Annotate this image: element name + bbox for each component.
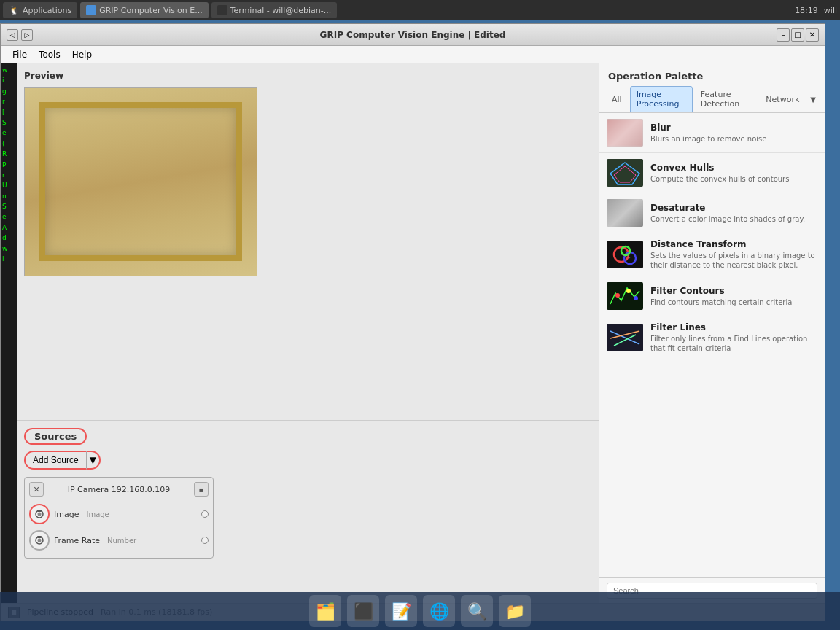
- preview-section: Preview Image: [17, 63, 599, 421]
- preview-image-container: Image: [24, 87, 257, 276]
- palette-item-desaturate[interactable]: Desaturate Convert a color image into sh…: [599, 193, 825, 233]
- convex-name: Convex Hulls: [650, 163, 817, 173]
- svg-point-14: [626, 289, 631, 293]
- filter-contours-thumb: [607, 282, 643, 310]
- blur-thumb: [607, 119, 643, 147]
- maximize-btn[interactable]: □: [791, 28, 804, 42]
- filter-contours-svg: [607, 282, 643, 310]
- taskbar-time: 18:19: [795, 6, 818, 15]
- main-window: ◁ ▷ GRIP Computer Vision Engine | Edited…: [0, 23, 825, 621]
- filter-lines-thumb: [607, 324, 643, 351]
- output-image-dot: [201, 510, 209, 518]
- desaturate-thumb: [607, 199, 643, 227]
- filter-contours-desc: Find contours matching certain criteria: [650, 298, 817, 307]
- sidebar-chars: wigr[Se(RPrUnSeAdwi: [2, 65, 15, 264]
- output-image-icon[interactable]: [29, 504, 50, 524]
- taskbar-top: 🐧 Applications GRIP Computer Vision E...…: [0, 0, 840, 20]
- add-source-button[interactable]: Add Source: [24, 451, 86, 470]
- svg-point-15: [634, 296, 638, 300]
- palette-tabs: All Image Processing Feature Detection N…: [599, 86, 825, 112]
- output-framerate-icon[interactable]: [29, 530, 50, 551]
- taskbar-app-grip[interactable]: GRIP Computer Vision E...: [80, 2, 209, 18]
- svg-rect-2: [37, 510, 42, 512]
- blur-name: Blur: [650, 122, 817, 133]
- content-area: wigr[Se(RPrUnSeAdwi Preview Image Source…: [1, 63, 825, 603]
- palette-title: Operation Palette: [599, 63, 825, 86]
- tab-feature-detection[interactable]: Feature Detection: [694, 86, 758, 112]
- tab-more[interactable]: ▼: [807, 93, 819, 106]
- taskbar-right: 18:19 will: [795, 6, 837, 15]
- operation-palette: Operation Palette All Image Processing F…: [599, 63, 825, 603]
- dock-folder[interactable]: 📁: [499, 595, 531, 627]
- menu-tools[interactable]: Tools: [33, 48, 66, 61]
- nav-forward-btn[interactable]: ▷: [21, 29, 33, 41]
- source-output-image: Image Image: [29, 501, 209, 527]
- taskbar-app-terminal[interactable]: Terminal - will@debian-...: [211, 2, 338, 18]
- svg-point-4: [38, 539, 42, 542]
- add-source-row: Add Source ▼: [24, 451, 591, 470]
- tab-image-processing[interactable]: Image Processing: [630, 86, 693, 112]
- dock-terminal[interactable]: ⬛: [347, 595, 379, 627]
- source-settings-btn[interactable]: ▪: [194, 482, 209, 497]
- palette-item-blur[interactable]: Blur Blurs an image to remove noise: [599, 113, 825, 153]
- filter-contours-name: Filter Contours: [650, 286, 817, 296]
- palette-item-filter-lines[interactable]: Filter Lines Filter only lines from a Fi…: [599, 316, 825, 359]
- palette-item-filter-contours[interactable]: Filter Contours Find contours matching c…: [599, 276, 825, 316]
- desaturate-desc: Convert a color image into shades of gra…: [650, 214, 817, 224]
- dock-notes[interactable]: 📝: [385, 595, 417, 627]
- main-content: Preview Image Sources Add Source ▼: [17, 63, 599, 603]
- convex-svg: [607, 159, 643, 187]
- filter-contours-info: Filter Contours Find contours matching c…: [650, 286, 817, 307]
- distance-desc: Sets the values of pixels in a binary im…: [650, 251, 817, 270]
- output-framerate-type: Number: [107, 537, 136, 545]
- desaturate-name: Desaturate: [650, 203, 817, 213]
- source-title: IP Camera 192.168.0.109: [44, 485, 194, 494]
- menu-help[interactable]: Help: [66, 48, 98, 61]
- wood-texture: [25, 88, 257, 276]
- filter-lines-svg: [607, 324, 643, 351]
- terminal-icon: [217, 5, 228, 15]
- title-bar-controls: – □ ✕: [777, 28, 819, 42]
- sources-header: Sources: [24, 428, 87, 445]
- svg-rect-5: [37, 536, 42, 538]
- framerate-camera-icon: [33, 535, 46, 545]
- palette-item-convex-hulls[interactable]: Convex Hulls Compute the convex hulls of…: [599, 153, 825, 193]
- add-source-dropdown[interactable]: ▼: [86, 451, 101, 470]
- menu-bar: File Tools Help: [1, 46, 825, 63]
- taskbar-user: will: [824, 6, 837, 15]
- nav-back-btn[interactable]: ◁: [7, 29, 18, 41]
- preview-title: Preview: [24, 71, 591, 81]
- output-framerate-dot: [201, 537, 209, 544]
- palette-item-distance-transform[interactable]: Distance Transform Sets the values of pi…: [599, 233, 825, 276]
- desaturate-info: Desaturate Convert a color image into sh…: [650, 203, 817, 224]
- filter-lines-desc: Filter only lines from a Find Lines oper…: [650, 334, 817, 353]
- palette-items: Blur Blurs an image to remove noise Conv…: [599, 112, 825, 578]
- tab-all[interactable]: All: [605, 91, 629, 108]
- dock-files[interactable]: 🗂️: [309, 595, 341, 627]
- source-card-header: ✕ IP Camera 192.168.0.109 ▪: [29, 482, 209, 497]
- dock-search[interactable]: 🔍: [461, 595, 493, 627]
- close-btn[interactable]: ✕: [806, 28, 819, 42]
- app-icon: 🐧: [9, 5, 20, 15]
- taskbar-app-applications[interactable]: 🐧 Applications: [3, 2, 77, 18]
- convex-info: Convex Hulls Compute the convex hulls of…: [650, 163, 817, 184]
- left-sidebar: wigr[Se(RPrUnSeAdwi: [1, 63, 17, 603]
- grip-icon: [86, 5, 96, 15]
- blur-info: Blur Blurs an image to remove noise: [650, 122, 817, 144]
- distance-name: Distance Transform: [650, 239, 817, 249]
- camera-icon: [33, 509, 46, 519]
- tab-network[interactable]: Network: [759, 91, 806, 108]
- source-close-btn[interactable]: ✕: [29, 482, 44, 497]
- dropdown-arrow-icon: ▼: [90, 455, 96, 465]
- source-card: ✕ IP Camera 192.168.0.109 ▪ Image: [24, 477, 214, 559]
- title-bar: ◁ ▷ GRIP Computer Vision Engine | Edited…: [1, 24, 825, 46]
- distance-thumb: [607, 241, 643, 268]
- output-framerate-label: Frame Rate: [54, 536, 100, 545]
- convex-desc: Compute the convex hulls of contours: [650, 174, 817, 184]
- dock-browser[interactable]: 🌐: [423, 595, 455, 627]
- minimize-btn[interactable]: –: [777, 28, 790, 42]
- convex-thumb: [607, 159, 643, 187]
- menu-file[interactable]: File: [7, 48, 33, 61]
- svg-point-1: [38, 513, 42, 516]
- sources-section: Sources Add Source ▼ ✕ IP Camera 192.168…: [17, 421, 599, 603]
